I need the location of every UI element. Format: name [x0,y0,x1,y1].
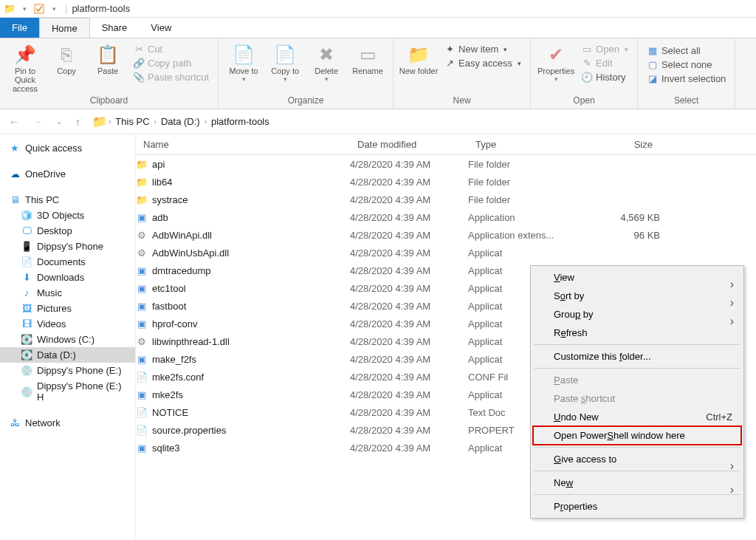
navigation-bar: ← → ⌄ ↑ 📁 › This PC› Data (D:)› platform… [0,109,756,134]
group-label-organize: Organize [219,94,393,109]
file-date: 4/28/2020 4:39 AM [350,301,468,312]
sidebar-item-music[interactable]: ♪Music [0,285,135,301]
menu-give-access-to[interactable]: Give access to [533,450,741,468]
select-all-button[interactable]: ▦Select all [645,44,727,57]
file-row[interactable]: 📁api4/28/2020 4:39 AMFile folder [136,155,756,173]
file-date: 4/28/2020 4:39 AM [350,442,468,454]
sidebar-onedrive[interactable]: ☁OneDrive [0,166,135,182]
file-name: source.properties [152,425,226,436]
up-button[interactable]: ↑ [71,113,85,131]
menu-paste[interactable]: Paste [533,371,741,389]
pin-to-quick-access-button[interactable]: 📌Pin to Quick access [4,41,46,93]
file-type: File folder [468,177,586,188]
sidebar-quick-access[interactable]: ★Quick access [0,140,135,156]
back-button[interactable]: ← [4,113,24,131]
file-row[interactable]: ▣adb4/28/2020 4:39 AMApplication4,569 KB [136,208,756,226]
folder-icon: 📁 [136,194,148,205]
sidebar-item-windows-c[interactable]: 💽Windows (C:) [0,332,135,347]
sidebar-item-phone[interactable]: 📱Dippsy's Phone [0,239,135,254]
sidebar-item-videos[interactable]: 🎞Videos [0,316,135,332]
file-size: 4,569 KB [586,212,660,223]
column-headers[interactable]: Name Date modified Type Size [136,134,756,155]
rename-button[interactable]: ▭Rename [347,41,388,75]
svg-rect-0 [35,4,44,13]
menu-new[interactable]: New [533,474,741,492]
sidebar-item-pictures[interactable]: 🖼Pictures [0,301,135,316]
dll-icon: ⚙ [136,230,148,241]
sidebar-item-data-d[interactable]: 💽Data (D:) [0,347,135,363]
qat-dropdown[interactable]: ▾ [18,2,31,16]
sidebar-this-pc[interactable]: 🖥This PC [0,192,135,208]
title-bar: 📁 ▾ ▾ | platform-tools [0,0,756,18]
easy-access-button[interactable]: ↗Easy access▾ [442,57,523,69]
sidebar-item-documents[interactable]: 📄Documents [0,254,135,270]
menu-open-powershell[interactable]: Open PowerShell window here [533,426,741,445]
file-date: 4/28/2020 4:39 AM [350,336,468,347]
breadcrumb-item[interactable]: This PC [112,116,152,127]
breadcrumb-item[interactable]: Data (D:) [158,116,203,127]
tab-file[interactable]: File [0,18,39,38]
folder-icon: 📁 [92,115,107,129]
forward-button[interactable]: → [28,113,47,131]
paste-button[interactable]: 📋Paste [87,41,128,75]
properties-button[interactable]: ✔Properties [535,41,577,83]
breadcrumb-item[interactable]: platform-tools [208,116,272,127]
new-item-button[interactable]: ✦New item▾ [442,43,523,55]
file-row[interactable]: ⚙AdbWinUsbApi.dll4/28/2020 4:39 AMApplic… [136,244,756,262]
file-name: systrace [152,194,188,205]
qat-properties-icon[interactable] [32,2,46,16]
menu-group-by[interactable]: Group by [533,305,741,324]
sidebar-item-downloads[interactable]: ⬇Downloads [0,270,135,285]
history-button[interactable]: 🕘History [580,71,630,83]
file-date: 4/28/2020 4:39 AM [350,230,468,241]
move-to-button[interactable]: 📄Move to [223,41,264,83]
file-name: mke2fs [152,389,183,400]
invert-selection-button[interactable]: ◪Invert selection [645,72,727,85]
file-row[interactable]: ⚙AdbWinApi.dll4/28/2020 4:39 AMApplicati… [136,226,756,244]
file-size: 96 KB [586,230,660,241]
tab-view[interactable]: View [139,18,183,38]
file-date: 4/28/2020 4:39 AM [350,318,468,329]
copy-button[interactable]: ⎘Copy [46,41,87,75]
file-name: adb [152,212,168,223]
cut-button[interactable]: ✂Cut [131,43,210,55]
tab-share[interactable]: Share [90,18,140,38]
file-row[interactable]: 📁lib644/28/2020 4:39 AMFile folder [136,173,756,191]
select-none-button[interactable]: ▢Select none [645,58,727,71]
qat-dropdown-2[interactable]: ▾ [47,2,61,16]
menu-properties[interactable]: Properties [533,497,741,516]
sidebar-network[interactable]: 🖧Network [0,415,135,431]
menu-sort-by[interactable]: Sort by [533,287,741,305]
file-type: File folder [468,194,586,205]
tab-home[interactable]: Home [39,18,90,38]
delete-button[interactable]: ✖Delete [306,41,347,83]
sidebar-item-3d-objects[interactable]: 🧊3D Objects [0,208,135,223]
file-row[interactable]: 📁systrace4/28/2020 4:39 AMFile folder [136,191,756,208]
edit-button[interactable]: ✎Edit [580,57,630,69]
menu-paste-shortcut[interactable]: Paste shortcut [533,389,741,408]
navigation-pane: ★Quick access ☁OneDrive 🖥This PC 🧊3D Obj… [0,134,136,540]
file-date: 4/28/2020 4:39 AM [350,407,468,418]
file-type: Applicat [468,247,586,259]
paste-shortcut-button[interactable]: 📎Paste shortcut [131,71,210,83]
menu-refresh[interactable]: Refresh [533,324,741,342]
exe-icon: ▣ [136,265,148,276]
menu-view[interactable]: View [533,268,741,287]
prop-icon: 📄 [136,425,148,436]
sidebar-item-phone-e-h[interactable]: 💿Dippsy's Phone (E:) H [0,378,135,405]
file-date: 4/28/2020 4:39 AM [350,425,468,436]
menu-undo-new[interactable]: Undo NewCtrl+Z [533,408,741,426]
sidebar-item-desktop[interactable]: 🖵Desktop [0,223,135,239]
breadcrumb[interactable]: 📁 › This PC› Data (D:)› platform-tools [89,112,275,131]
group-label-select: Select [638,94,735,109]
menu-customize-folder[interactable]: Customize this folder... [533,347,741,366]
copy-to-button[interactable]: 📄Copy to [264,41,306,83]
copy-path-button[interactable]: 🔗Copy path [131,57,210,69]
file-name: sqlite3 [152,442,180,454]
recent-dropdown[interactable]: ⌄ [52,115,66,129]
sidebar-item-phone-e[interactable]: 💿Dippsy's Phone (E:) [0,363,135,378]
open-button[interactable]: ▭Open▾ [580,43,630,55]
header-type: Type [468,139,586,150]
file-date: 4/28/2020 4:39 AM [350,372,468,383]
new-folder-button[interactable]: 📁New folder [398,41,439,75]
